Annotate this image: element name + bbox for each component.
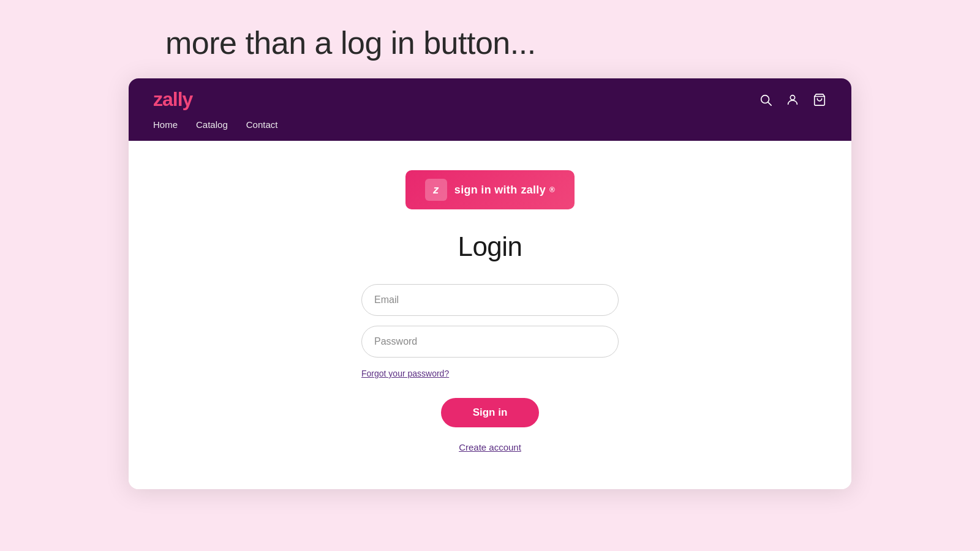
browser-window: zally: [129, 78, 851, 489]
zally-btn-text: sign in with zally ®: [454, 184, 555, 197]
search-icon[interactable]: [758, 92, 773, 107]
nav-bar: zally: [129, 78, 851, 141]
page-wrapper: more than a log in button... zally: [129, 24, 851, 489]
nav-icons: [758, 92, 827, 107]
main-content: z sign in with zally ® Login Forgot your…: [129, 141, 851, 489]
registered-mark: ®: [549, 186, 555, 194]
password-field[interactable]: [361, 326, 619, 358]
tagline: more than a log in button...: [129, 24, 536, 61]
create-account-link[interactable]: Create account: [459, 442, 521, 452]
nav-link-contact[interactable]: Contact: [246, 119, 278, 130]
nav-link-catalog[interactable]: Catalog: [196, 119, 228, 130]
zally-z-logo: z: [425, 179, 447, 201]
cart-icon[interactable]: [812, 92, 827, 107]
forgot-password-link[interactable]: Forgot your password?: [361, 369, 449, 378]
login-heading: Login: [458, 231, 522, 262]
logo[interactable]: zally: [153, 88, 192, 111]
nav-links: Home Catalog Contact: [153, 119, 827, 141]
svg-line-1: [768, 102, 771, 105]
sign-in-button[interactable]: Sign in: [441, 398, 540, 427]
account-icon[interactable]: [785, 92, 800, 107]
zally-btn-prefix: sign in with: [454, 184, 518, 197]
login-form: Forgot your password? Sign in Create acc…: [361, 284, 619, 452]
svg-point-2: [790, 95, 794, 99]
zally-btn-brand: zally: [521, 184, 546, 197]
nav-link-home[interactable]: Home: [153, 119, 178, 130]
zally-signin-button[interactable]: z sign in with zally ®: [405, 170, 575, 209]
email-field[interactable]: [361, 284, 619, 316]
nav-top: zally: [153, 88, 827, 119]
